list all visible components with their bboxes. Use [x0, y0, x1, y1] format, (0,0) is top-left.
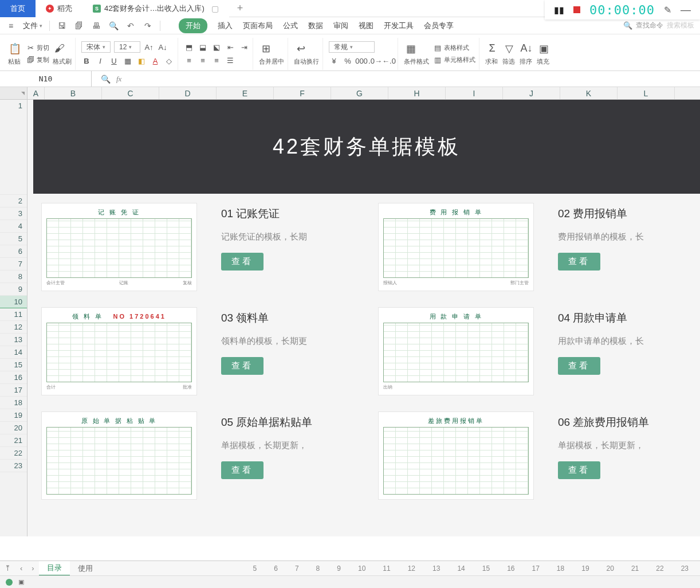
template-thumb[interactable]: 用 款 申 请 单出纳 [378, 307, 534, 395]
decrease-font-icon[interactable]: A↓ [158, 42, 168, 52]
row-header[interactable]: 23 [0, 460, 27, 472]
ribbon-tab-data[interactable]: 数据 [308, 21, 323, 31]
row-header[interactable]: 14 [0, 346, 27, 359]
sheet-tab[interactable]: 22 [656, 565, 663, 573]
ribbon-tab-review[interactable]: 审阅 [333, 21, 348, 31]
font-name-select[interactable]: 宋体▾ [81, 41, 111, 53]
row-header[interactable]: 17 [0, 384, 27, 397]
save-icon[interactable]: 🖫 [57, 21, 67, 31]
row-header[interactable]: 3 [0, 207, 27, 220]
sum-button[interactable]: Σ求和 [485, 42, 499, 66]
sheet-nav-next-icon[interactable]: › [27, 564, 38, 573]
increase-decimal-icon[interactable]: .0→ [370, 56, 380, 66]
col-header[interactable]: F [274, 87, 331, 99]
row-header[interactable]: 1 [0, 100, 27, 195]
sheet-tab[interactable]: 16 [507, 565, 514, 573]
underline-icon[interactable]: U [109, 56, 119, 66]
sheet-nav-prev-icon[interactable]: ‹ [15, 564, 27, 573]
save-as-icon[interactable]: 🗐 [74, 21, 84, 31]
filter-button[interactable]: ▽筛选 [502, 42, 516, 66]
font-color-icon[interactable]: A [150, 56, 160, 66]
sheet-tab[interactable]: 12 [408, 565, 415, 573]
row-header[interactable]: 5 [0, 233, 27, 245]
view-button[interactable]: 查看 [221, 253, 264, 271]
row-header[interactable]: 12 [0, 321, 27, 334]
tab-new[interactable]: + [229, 0, 251, 17]
sheet-tab[interactable]: 10 [358, 565, 365, 573]
number-format-select[interactable]: 常规▾ [329, 41, 375, 53]
window-menu-icon[interactable]: ▢ [211, 4, 219, 13]
fill-button[interactable]: ▣填充 [537, 42, 550, 66]
sheet-tab[interactable]: 15 [482, 565, 490, 573]
indent-decrease-icon[interactable]: ⇤ [225, 42, 235, 52]
row-header[interactable]: 22 [0, 447, 27, 460]
indent-increase-icon[interactable]: ⇥ [239, 42, 249, 52]
sheet-content[interactable]: 42套财务单据模板 记 账 凭 证会计主管记账复核 01 记账凭证记账凭证的模板… [27, 100, 700, 536]
template-thumb[interactable]: 记 账 凭 证会计主管记账复核 [41, 203, 197, 291]
copy-button[interactable]: 🗐复制 [25, 54, 49, 65]
align-left-icon[interactable]: ≡ [184, 55, 194, 65]
menu-icon[interactable]: ≡ [6, 21, 16, 31]
merge-button[interactable]: ⊞合并居中 [259, 42, 284, 66]
wrap-button[interactable]: ↩自动换行 [294, 42, 319, 66]
sheet-tab[interactable]: 21 [631, 565, 639, 573]
template-thumb[interactable]: 领 料 单 NO 1720641合计批准 [41, 307, 197, 395]
cell-style-button[interactable]: ▥单元格样式 [432, 54, 475, 65]
fx-icon[interactable]: fx [116, 75, 121, 84]
ribbon-tab-layout[interactable]: 页面布局 [243, 21, 273, 31]
sheet-tab[interactable]: 17 [532, 565, 539, 573]
ribbon-tab-view[interactable]: 视图 [359, 21, 373, 31]
row-header[interactable]: 16 [0, 371, 27, 384]
row-header[interactable]: 2 [0, 195, 27, 207]
table-style-button[interactable]: ▤表格样式 [432, 42, 475, 53]
minimize-icon[interactable]: — [681, 4, 691, 16]
template-thumb[interactable]: 差旅费用报销单 [378, 411, 534, 500]
name-box[interactable]: N10 [0, 71, 92, 87]
tab-home[interactable]: 首页 [0, 0, 36, 17]
border-icon[interactable]: ▦ [123, 56, 133, 66]
file-menu[interactable]: 文件▾ [23, 21, 42, 31]
row-header[interactable]: 10 [0, 296, 27, 308]
template-thumb[interactable]: 原 始 单 据 粘 贴 单 [41, 411, 197, 500]
undo-icon[interactable]: ↶ [125, 21, 136, 31]
col-header[interactable]: K [560, 87, 618, 99]
col-header[interactable]: J [503, 87, 560, 99]
sheet-tab[interactable]: 11 [383, 565, 390, 573]
sheet-tab[interactable]: 18 [557, 565, 564, 573]
print-preview-icon[interactable]: 🔍 [108, 21, 119, 31]
row-header[interactable]: 6 [0, 245, 27, 258]
ribbon-tab-formula[interactable]: 公式 [283, 21, 298, 31]
tab-current-file[interactable]: S42套财务会计…出收入出入库)▢ [82, 0, 229, 17]
sheet-nav-first-icon[interactable]: ⤒ [0, 564, 15, 573]
ribbon-search[interactable]: 🔍 查找命令 搜索模板 [623, 21, 694, 30]
redo-icon[interactable]: ↷ [143, 21, 153, 31]
template-thumb[interactable]: 费 用 报 销 单报销人部门主管 [378, 203, 534, 291]
ribbon-tab-start[interactable]: 开始 [179, 18, 207, 33]
search-icon[interactable]: 🔍 [101, 75, 111, 84]
justify-icon[interactable]: ☰ [225, 55, 235, 65]
view-button[interactable]: 查看 [558, 461, 600, 479]
row-header[interactable]: 20 [0, 422, 27, 434]
ribbon-tab-vip[interactable]: 会员专享 [424, 21, 454, 31]
col-header[interactable]: L [618, 87, 675, 99]
ribbon-tab-insert[interactable]: 插入 [218, 21, 233, 31]
font-size-select[interactable]: 12▾ [114, 41, 140, 53]
currency-icon[interactable]: ¥ [329, 56, 339, 66]
col-header[interactable]: E [217, 87, 274, 99]
col-header[interactable]: I [446, 87, 503, 99]
comma-icon[interactable]: 000 [356, 56, 367, 66]
italic-icon[interactable]: I [95, 56, 105, 66]
col-header[interactable]: A [27, 87, 45, 99]
row-header[interactable]: 21 [0, 434, 27, 447]
sheet-tab[interactable]: 23 [681, 565, 689, 573]
decrease-decimal-icon[interactable]: ←.0 [384, 56, 394, 66]
row-header[interactable]: 18 [0, 397, 27, 409]
sheet-tab[interactable]: 5 [253, 565, 257, 573]
print-icon[interactable]: 🖶 [91, 21, 101, 31]
col-header[interactable]: H [388, 87, 446, 99]
pen-icon[interactable]: ✎ [664, 5, 671, 15]
row-header[interactable]: 9 [0, 283, 27, 296]
row-header[interactable]: 13 [0, 334, 27, 346]
row-header[interactable]: 15 [0, 359, 27, 371]
sheet-tab[interactable]: 8 [316, 565, 320, 573]
